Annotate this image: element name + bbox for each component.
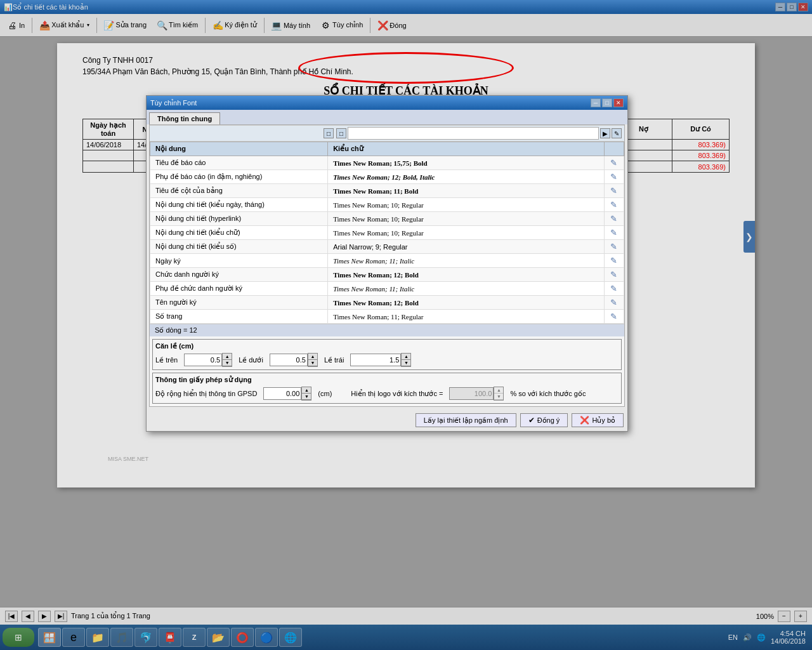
font-noidung-cell: Ngày ký xyxy=(150,254,328,268)
ok-label: Đồng ý xyxy=(537,416,560,425)
row-selector-area: □ □ ▶ ✎ xyxy=(150,125,624,142)
font-noidung-cell: Tiêu đề báo cáo xyxy=(150,156,328,170)
font-kiechu-cell: Times New Roman; 10; Regular xyxy=(328,226,605,240)
le-duoi-up-button[interactable]: ▲ xyxy=(308,354,317,360)
le-trai-up-button[interactable]: ▲ xyxy=(402,354,410,360)
row-count: Số dòng = 12 xyxy=(150,324,624,336)
font-dialog-content: □ □ ▶ ✎ Nội dung Kiểu chữ xyxy=(149,124,625,407)
do-rong-down-button[interactable]: ▼ xyxy=(302,394,311,400)
le-tren-down-button[interactable]: ▼ xyxy=(223,360,232,366)
font-kiechu-cell: Times New Roman; 15,75; Bold xyxy=(328,156,605,170)
font-table-row: Ngày kýTimes New Roman; 11; Italic✎ xyxy=(150,254,624,268)
font-dialog-titlebar: Tùy chỉnh Font ─ □ ✕ xyxy=(147,96,627,110)
font-dialog-titlebar-controls: ─ □ ✕ xyxy=(591,98,624,107)
font-noidung-cell: Số trang xyxy=(150,310,328,324)
edit-icon[interactable]: ✎ xyxy=(610,228,617,237)
hien-thi-label: Hiển thị logo với kích thước = xyxy=(351,390,443,398)
col-header-kiechu: Kiểu chữ xyxy=(328,142,605,156)
edit-icon[interactable]: ✎ xyxy=(610,312,617,321)
font-noidung-cell: Chức danh người ký xyxy=(150,268,328,282)
font-table-row: Tiêu đề báo cáoTimes New Roman; 15,75; B… xyxy=(150,156,624,170)
edit-icon[interactable]: ✎ xyxy=(610,186,617,196)
dialog-minimize-button[interactable]: ─ xyxy=(591,98,601,107)
selector-edit[interactable]: ✎ xyxy=(612,128,622,138)
dialog-buttons: Lấy lại thiết lập ngầm định ✔ Đồng ý ❌ H… xyxy=(147,409,627,431)
reset-defaults-label: Lấy lại thiết lập ngầm định xyxy=(424,416,508,425)
hien-thi-unit: % so với kích thước gốc xyxy=(510,390,586,398)
tab-general-info[interactable]: Thông tin chung xyxy=(149,112,220,124)
font-edit-cell[interactable]: ✎ xyxy=(604,310,624,324)
ok-icon: ✔ xyxy=(528,416,535,425)
le-trai-label: Lề trái xyxy=(324,356,344,364)
font-edit-cell[interactable]: ✎ xyxy=(604,296,624,310)
cancel-label: Hủy bỏ xyxy=(592,416,615,425)
font-table-row: Tên người kýTimes New Roman; 12; Bold✎ xyxy=(150,296,624,310)
dialog-close-button[interactable]: ✕ xyxy=(613,98,624,107)
edit-icon[interactable]: ✎ xyxy=(610,298,617,307)
do-rong-unit: (cm) xyxy=(318,390,332,397)
edit-icon[interactable]: ✎ xyxy=(610,200,617,209)
hien-thi-input[interactable] xyxy=(449,387,494,400)
edit-icon[interactable]: ✎ xyxy=(610,172,617,182)
font-edit-cell[interactable]: ✎ xyxy=(604,226,624,240)
le-duoi-down-button[interactable]: ▼ xyxy=(308,360,317,366)
edit-icon[interactable]: ✎ xyxy=(610,214,617,223)
le-tren-label: Lề trên xyxy=(155,356,178,364)
font-edit-cell[interactable]: ✎ xyxy=(604,240,624,254)
font-table-row: Nội dung chi tiết (hyperlink)Times New R… xyxy=(150,212,624,226)
ok-button[interactable]: ✔ Đồng ý xyxy=(520,413,568,427)
license-section: Thông tin giấy phép sử dụng Độ rộng hiển… xyxy=(152,373,622,404)
font-noidung-cell: Nội dung chi tiết (kiểu ngày, tháng) xyxy=(150,198,328,212)
selector-cell-right[interactable]: □ xyxy=(336,128,346,138)
license-section-title: Thông tin giấy phép sử dụng xyxy=(155,376,619,384)
font-edit-cell[interactable]: ✎ xyxy=(604,268,624,282)
selector-cell-left[interactable]: □ xyxy=(324,128,334,138)
edit-icon[interactable]: ✎ xyxy=(610,158,617,168)
font-edit-cell[interactable]: ✎ xyxy=(604,282,624,296)
le-tren-input[interactable] xyxy=(184,354,222,366)
font-noidung-cell: Tiêu đề cột của bảng xyxy=(150,184,328,198)
le-duoi-input[interactable] xyxy=(270,354,308,366)
le-tren-up-button[interactable]: ▲ xyxy=(223,354,232,360)
do-rong-container: ▲ ▼ xyxy=(263,387,311,401)
font-kiechu-cell: Times New Roman; 11; Regular xyxy=(328,310,605,324)
font-kiechu-cell: Times New Roman; 11; Italic xyxy=(328,282,605,296)
font-edit-cell[interactable]: ✎ xyxy=(604,198,624,212)
hien-thi-up-button: ▲ xyxy=(494,387,503,394)
edit-icon[interactable]: ✎ xyxy=(610,284,617,293)
font-noidung-cell: Nội dung chi tiết (kiểu số) xyxy=(150,240,328,254)
font-kiechu-cell: Times New Roman; 10; Regular xyxy=(328,198,605,212)
do-rong-input[interactable] xyxy=(263,387,301,400)
font-kiechu-cell: Times New Roman; 12; Bold xyxy=(328,296,605,310)
font-table-row: Nội dung chi tiết (kiểu ngày, tháng)Time… xyxy=(150,198,624,212)
font-edit-cell[interactable]: ✎ xyxy=(604,170,624,184)
font-table-row: Chức danh người kýTimes New Roman; 12; B… xyxy=(150,268,624,282)
do-rong-up-button[interactable]: ▲ xyxy=(302,387,311,394)
edit-icon[interactable]: ✎ xyxy=(610,256,617,265)
col-header-noidung: Nội dung xyxy=(150,142,328,156)
font-noidung-cell: Nội dung chi tiết (kiểu chữ) xyxy=(150,226,328,240)
font-noidung-cell: Nội dung chi tiết (hyperlink) xyxy=(150,212,328,226)
le-duoi-label: Lề dưới xyxy=(239,356,263,364)
selector-expand[interactable]: ▶ xyxy=(600,128,610,138)
font-noidung-cell: Phụ đề báo cáo (in đậm, nghiêng) xyxy=(150,170,328,184)
reset-defaults-button[interactable]: Lấy lại thiết lập ngầm định xyxy=(416,413,516,427)
font-edit-cell[interactable]: ✎ xyxy=(604,254,624,268)
font-table-row: Nội dung chi tiết (kiểu số)Arial Narrow;… xyxy=(150,240,624,254)
dialog-maximize-button[interactable]: □ xyxy=(602,98,612,107)
font-dialog: Tùy chỉnh Font ─ □ ✕ Thông tin chung □ xyxy=(146,95,628,432)
le-trai-down-button[interactable]: ▼ xyxy=(402,360,410,366)
cancel-button[interactable]: ❌ Hủy bỏ xyxy=(572,413,624,427)
font-edit-cell[interactable]: ✎ xyxy=(604,184,624,198)
font-dialog-tabs: Thông tin chung xyxy=(147,110,627,124)
font-edit-cell[interactable]: ✎ xyxy=(604,212,624,226)
margin-section-title: Căn lề (cm) xyxy=(155,342,619,350)
font-edit-cell[interactable]: ✎ xyxy=(604,156,624,170)
edit-icon[interactable]: ✎ xyxy=(610,270,617,279)
edit-icon[interactable]: ✎ xyxy=(610,242,617,251)
font-table-row: Số trangTimes New Roman; 11; Regular✎ xyxy=(150,310,624,324)
font-table-row: Phụ đề chức danh người kýTimes New Roman… xyxy=(150,282,624,296)
margin-section: Căn lề (cm) Lề trên ▲ ▼ Lề dưới xyxy=(152,339,622,370)
le-tren-input-container: ▲ ▼ xyxy=(184,353,232,367)
le-trai-input[interactable] xyxy=(350,354,401,366)
